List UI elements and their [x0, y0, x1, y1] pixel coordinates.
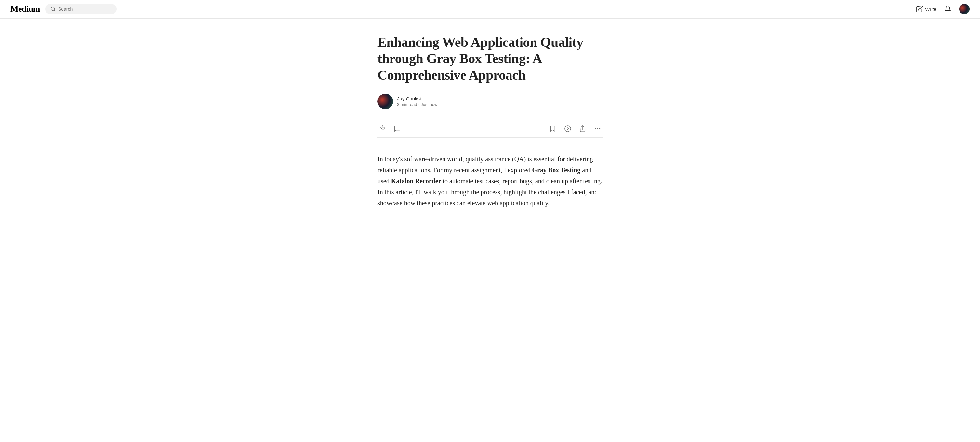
action-left	[377, 124, 402, 134]
notifications-button[interactable]	[944, 6, 951, 13]
author-avatar-image	[377, 94, 393, 109]
write-button[interactable]: Write	[916, 6, 936, 13]
author-row: Jay Choksi 3 min read · Just now	[377, 94, 603, 109]
write-label: Write	[925, 6, 936, 12]
bookmark-icon	[549, 125, 556, 132]
search-icon	[50, 6, 56, 12]
read-time: 3 min read	[397, 102, 417, 107]
header-right: Write	[916, 4, 970, 14]
user-avatar[interactable]	[959, 4, 970, 14]
svg-line-1	[54, 10, 55, 11]
katalon-recorder-bold: Katalon Recorder	[391, 178, 441, 184]
comment-icon	[394, 125, 401, 132]
listen-button[interactable]	[563, 124, 573, 134]
author-name[interactable]: Jay Choksi	[397, 96, 438, 102]
svg-point-5	[595, 128, 596, 129]
meta-separator: ·	[418, 102, 420, 107]
article-meta: 3 min read · Just now	[397, 102, 438, 107]
article-title: Enhancing Web Application Quality throug…	[377, 34, 603, 83]
clap-icon	[379, 125, 386, 132]
site-header: Medium Write	[0, 0, 980, 19]
avatar-image	[959, 4, 970, 14]
play-icon	[564, 125, 571, 132]
medium-logo[interactable]: Medium	[10, 4, 40, 14]
svg-marker-3	[567, 128, 569, 130]
article-body: In today's software-driven world, qualit…	[377, 153, 603, 209]
svg-point-6	[597, 128, 598, 129]
svg-point-2	[565, 126, 571, 132]
action-right	[548, 124, 603, 134]
action-bar	[377, 119, 603, 138]
author-avatar[interactable]	[377, 94, 393, 109]
search-input[interactable]	[58, 6, 111, 12]
save-button[interactable]	[548, 124, 558, 134]
comment-button[interactable]	[393, 124, 402, 134]
share-button[interactable]	[578, 124, 587, 134]
post-time: Just now	[421, 102, 438, 107]
gray-box-testing-bold: Gray Box Testing	[532, 166, 581, 173]
ellipsis-icon	[594, 125, 601, 132]
more-options-button[interactable]	[593, 124, 603, 134]
search-bar[interactable]	[45, 4, 117, 14]
write-icon	[916, 6, 923, 13]
bell-icon	[944, 6, 951, 13]
svg-point-7	[600, 128, 600, 129]
clap-button[interactable]	[377, 124, 387, 134]
share-icon	[579, 125, 586, 132]
article-container: Enhancing Web Application Quality throug…	[370, 19, 610, 242]
article-paragraph: In today's software-driven world, qualit…	[377, 153, 603, 209]
article-main: Enhancing Web Application Quality throug…	[0, 19, 980, 242]
author-meta: Jay Choksi 3 min read · Just now	[397, 96, 438, 107]
header-left: Medium	[10, 4, 117, 14]
